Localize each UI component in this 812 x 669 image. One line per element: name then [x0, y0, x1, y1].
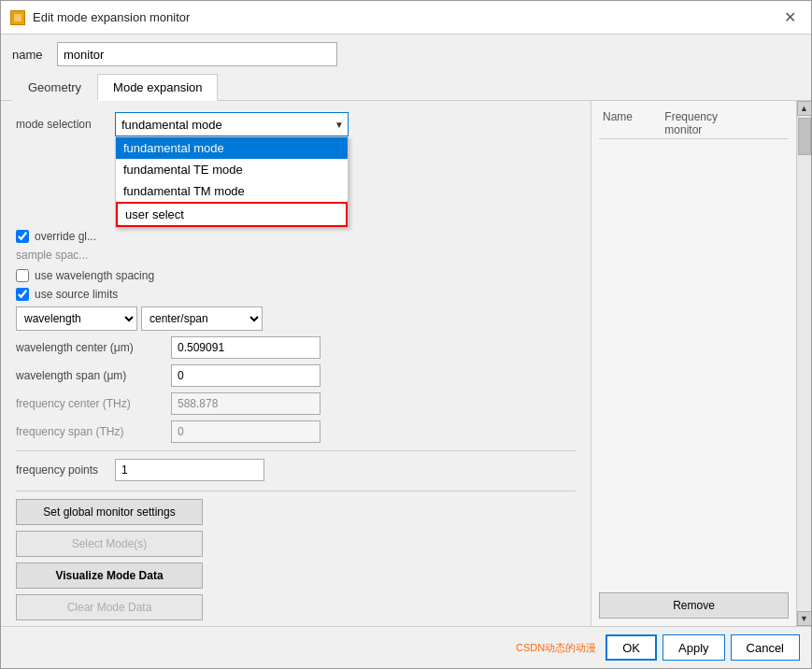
tab-mode-expansion[interactable]: Mode expansion [97, 74, 218, 101]
left-panel: mode selection fundamental mode ▼ fundam… [1, 101, 591, 626]
scroll-up-arrow[interactable]: ▲ [797, 101, 812, 116]
tab-geometry[interactable]: Geometry [12, 74, 97, 101]
frequency-center-label: frequency center (THz) [16, 397, 165, 410]
frequency-span-row: frequency span (THz) [16, 420, 576, 443]
frequency-span-input [171, 420, 321, 443]
source-limits-checkbox[interactable] [16, 288, 29, 301]
frequency-points-row: frequency points [16, 459, 576, 481]
svg-rect-1 [14, 14, 21, 21]
tabs-row: Geometry Mode expansion [1, 74, 811, 101]
mode-select-wrapper: fundamental mode ▼ fundamental mode fund… [115, 112, 349, 136]
divider-1 [16, 450, 576, 451]
divider-2 [16, 491, 576, 491]
sample-spacing-label: sample spac... [16, 249, 109, 262]
bottom-bar: CSDN动态的动漫 OK Apply Cancel [1, 626, 811, 668]
wavelength-spacing-label: use wavelength spacing [35, 269, 154, 282]
wavelength-center-label: wavelength center (μm) [16, 341, 165, 354]
select-modes-button[interactable]: Select Mode(s) [16, 531, 203, 557]
visualize-button[interactable]: Visualize Mode Data [16, 562, 203, 589]
center-span-select[interactable]: center/span min/max [141, 306, 263, 331]
override-global-row: override gl... [16, 230, 576, 243]
dropdown-item-tm[interactable]: fundamental TM mode [116, 180, 348, 202]
wavelength-center-row: wavelength center (μm) [16, 336, 576, 359]
dialog: Edit mode expansion monitor ✕ name Geome… [0, 0, 812, 669]
wavelength-span-row: wavelength span (μm) [16, 364, 576, 387]
main-content: mode selection fundamental mode ▼ fundam… [1, 101, 811, 626]
wavelength-type-select[interactable]: wavelength frequency [16, 306, 137, 331]
scroll-thumb[interactable] [798, 118, 811, 155]
dropdown-arrow-icon: ▼ [335, 120, 344, 130]
wavelength-span-label: wavelength span (μm) [16, 369, 165, 382]
name-label: name [12, 48, 50, 62]
dropdown-item-fundamental[interactable]: fundamental mode [116, 137, 348, 159]
source-limits-label: use source limits [35, 288, 118, 301]
wavelength-span-input[interactable] [171, 364, 321, 387]
wavelength-spacing-checkbox[interactable] [16, 269, 29, 282]
scrollbar[interactable]: ▲ ▼ [796, 101, 811, 626]
dropdown-item-user[interactable]: user select [116, 202, 348, 227]
name-row: name [1, 35, 811, 74]
mode-select-value: fundamental mode [121, 118, 222, 132]
col-name: Name [603, 110, 661, 136]
app-icon [10, 10, 25, 25]
source-limits-row: use source limits [16, 288, 576, 301]
set-global-button[interactable]: Set global monitor settings [16, 499, 203, 525]
right-table-header: Name Frequency monitor [599, 108, 789, 139]
col-extra [727, 110, 785, 136]
ok-button[interactable]: OK [605, 634, 657, 661]
frequency-span-label: frequency span (THz) [16, 425, 165, 438]
name-input[interactable] [57, 42, 337, 66]
apply-button[interactable]: Apply [662, 634, 725, 661]
wavelength-spacing-row: use wavelength spacing [16, 269, 576, 282]
right-panel: Name Frequency monitor Remove [591, 101, 796, 626]
override-global-checkbox[interactable] [16, 230, 29, 243]
dropdown-item-te[interactable]: fundamental TE mode [116, 159, 348, 180]
watermark: CSDN动态的动漫 [516, 641, 596, 655]
sample-spacing-row: sample spac... [16, 249, 576, 262]
override-global-label: override gl... [35, 230, 96, 243]
mode-selection-row: mode selection fundamental mode ▼ fundam… [16, 112, 576, 136]
title-bar-left: Edit mode expansion monitor [10, 10, 190, 25]
frequency-points-label: frequency points [16, 463, 109, 477]
dialog-title: Edit mode expansion monitor [33, 10, 190, 24]
title-bar: Edit mode expansion monitor ✕ [1, 1, 811, 35]
mode-dropdown: fundamental mode fundamental TE mode fun… [115, 136, 349, 228]
close-button[interactable]: ✕ [778, 7, 802, 28]
wavelength-center-input[interactable] [171, 336, 321, 359]
remove-button[interactable]: Remove [599, 592, 789, 619]
combo-row: wavelength frequency center/span min/max [16, 306, 576, 331]
frequency-center-input [171, 392, 321, 415]
frequency-points-input[interactable] [115, 459, 264, 481]
scroll-down-arrow[interactable]: ▼ [797, 611, 812, 626]
clear-button[interactable]: Clear Mode Data [16, 594, 203, 620]
col-freq: Frequency monitor [664, 110, 722, 136]
frequency-center-row: frequency center (THz) [16, 392, 576, 415]
cancel-button[interactable]: Cancel [731, 634, 800, 661]
mode-selection-label: mode selection [16, 118, 109, 131]
mode-select-display[interactable]: fundamental mode ▼ [115, 112, 349, 136]
